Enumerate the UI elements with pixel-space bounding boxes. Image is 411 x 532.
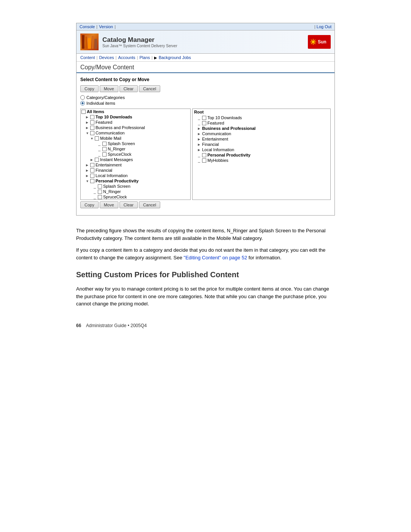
move-button-bottom[interactable]: Move xyxy=(100,201,118,208)
node-label: Entertainment xyxy=(202,137,228,141)
node-cb[interactable] xyxy=(102,147,107,151)
right-node-communication[interactable]: ► Communication xyxy=(193,131,330,136)
nav-plans[interactable]: Plans xyxy=(139,55,150,60)
copy-button-top[interactable]: Copy xyxy=(80,85,99,92)
expand-icon[interactable]: ► xyxy=(85,168,89,173)
clear-button-bottom[interactable]: Clear xyxy=(119,201,138,208)
left-node-personalproductivity[interactable]: ▾ Personal Productivity xyxy=(81,178,190,184)
editing-content-link[interactable]: "Editing Content" on page 52 xyxy=(184,255,247,260)
nav-accounts[interactable]: Accounts xyxy=(118,55,135,60)
left-node-mobilemail[interactable]: ▾ Mobile Mail xyxy=(81,136,190,141)
node-cb[interactable] xyxy=(202,153,206,157)
node-cb[interactable] xyxy=(98,195,102,199)
node-cb[interactable] xyxy=(90,115,94,119)
node-label: MyHobbies xyxy=(207,158,228,163)
expand-icon[interactable]: ► xyxy=(90,158,94,162)
node-cb[interactable] xyxy=(90,174,94,178)
radio-group: Category/Categories Individual items xyxy=(80,95,331,105)
node-cb[interactable] xyxy=(98,184,102,189)
nav-logout[interactable]: Log Out xyxy=(317,24,331,29)
left-node-business[interactable]: ► Business and Professional xyxy=(81,125,190,130)
node-label: Instant Messages xyxy=(100,157,133,162)
node-label: N_Ringer xyxy=(108,147,125,151)
expand-icon[interactable]: ► xyxy=(197,132,201,136)
node-label: Local Information xyxy=(96,173,127,178)
leaf-icon: ⎯ xyxy=(197,158,201,163)
clear-button-top[interactable]: Clear xyxy=(119,85,138,92)
node-cb[interactable] xyxy=(90,163,94,167)
nav-background-jobs[interactable]: Background Jobs xyxy=(159,55,191,60)
right-node-entertainment[interactable]: ► Entertainment xyxy=(193,136,330,142)
radio-label-category: Category/Categories xyxy=(86,95,125,100)
right-node-featured[interactable]: ⎯ Featured xyxy=(193,120,330,126)
left-node-splashscreen1[interactable]: ⎯ Splash Screen xyxy=(81,141,190,146)
node-cb[interactable] xyxy=(102,152,107,157)
copy-button-bottom[interactable]: Copy xyxy=(80,201,99,208)
nav-content[interactable]: Content xyxy=(80,55,95,60)
right-node-business[interactable]: ► Business and Professional xyxy=(193,126,330,131)
node-cb[interactable] xyxy=(90,168,94,173)
node-cb[interactable] xyxy=(90,179,94,183)
left-node-localinfo[interactable]: ► Local Information xyxy=(81,173,190,178)
radio-individual[interactable]: Individual items xyxy=(80,101,331,105)
left-tree-panel[interactable]: All Items ► Top 10 Downloads ► Featured xyxy=(80,109,191,200)
left-node-spruceclock1[interactable]: ⎯ SpruceClock xyxy=(81,152,190,157)
nav-version[interactable]: Version xyxy=(99,24,113,29)
expand-icon[interactable]: ► xyxy=(85,120,89,125)
left-node-nringer1[interactable]: ⎯ N_Ringer xyxy=(81,146,190,152)
left-node-entertainment[interactable]: ► Entertainment xyxy=(81,162,190,168)
right-node-top10[interactable]: ⎯ Top 10 Downloads xyxy=(193,115,330,120)
expand-icon[interactable]: ► xyxy=(197,148,201,152)
node-label: Top 10 Downloads xyxy=(207,115,242,120)
nav-console[interactable]: Console xyxy=(80,24,95,29)
node-cb[interactable] xyxy=(102,142,107,146)
right-tree-panel[interactable]: Root ⎯ Top 10 Downloads ⎯ Featured xyxy=(192,109,331,200)
right-node-financial[interactable]: ► Financial xyxy=(193,142,330,147)
expand-icon[interactable]: ▾ xyxy=(85,179,89,183)
node-cb[interactable] xyxy=(90,126,94,130)
expand-icon[interactable]: ► xyxy=(197,142,201,147)
left-node-nringer2[interactable]: ⎯ N_Ringer xyxy=(81,189,190,194)
left-node-chartmaker[interactable]: ⎯ Chart Maker xyxy=(81,200,190,200)
expand-icon[interactable]: ▾ xyxy=(90,136,94,141)
expand-icon[interactable]: ► xyxy=(85,126,89,130)
node-cb[interactable] xyxy=(202,116,206,120)
node-cb[interactable] xyxy=(90,131,94,135)
node-cb[interactable] xyxy=(95,136,99,141)
nav-devices[interactable]: Devices xyxy=(99,55,114,60)
left-node-financial[interactable]: ► Financial xyxy=(81,168,190,173)
left-node-top10[interactable]: ► Top 10 Downloads xyxy=(81,114,190,120)
node-cb[interactable] xyxy=(95,158,99,162)
sun-logo: Sun xyxy=(308,35,331,49)
cancel-button-bottom[interactable]: Cancel xyxy=(139,201,160,208)
left-node-splashscreen2[interactable]: ⎯ Splash Screen xyxy=(81,184,190,189)
expand-icon[interactable]: ► xyxy=(85,174,89,178)
right-node-personalproductivity[interactable]: ⎯ Personal Productivity xyxy=(193,152,330,158)
radio-circle-individual xyxy=(80,101,85,105)
node-cb[interactable] xyxy=(202,158,206,163)
expand-icon[interactable]: ▾ xyxy=(85,131,89,135)
expand-icon[interactable]: ► xyxy=(197,126,201,131)
node-cb[interactable] xyxy=(98,190,102,194)
node-label: Entertainment xyxy=(96,163,121,167)
header-banner: Catalog Manager Sun Java™ System Content… xyxy=(76,30,335,54)
cancel-button-top[interactable]: Cancel xyxy=(139,85,160,92)
right-node-myhobbies[interactable]: ⎯ MyHobbies xyxy=(193,158,330,163)
move-button-top[interactable]: Move xyxy=(100,85,118,92)
expand-icon[interactable]: ► xyxy=(197,137,201,141)
radio-category[interactable]: Category/Categories xyxy=(80,95,331,100)
all-items-checkbox[interactable] xyxy=(81,110,86,114)
radio-circle-category xyxy=(80,95,85,100)
all-items-header[interactable]: All Items xyxy=(81,109,190,114)
left-node-featured[interactable]: ► Featured xyxy=(81,120,190,125)
node-cb[interactable] xyxy=(202,121,206,125)
expand-icon[interactable]: ► xyxy=(85,163,89,167)
left-node-spruceclock2[interactable]: ⎯ SpruceClock xyxy=(81,194,190,200)
left-node-instantmsg[interactable]: ► Instant Messages xyxy=(81,157,190,162)
node-cb[interactable] xyxy=(90,120,94,125)
body-para-1: The preceding figure shows the results o… xyxy=(76,227,335,242)
expand-icon[interactable]: ► xyxy=(85,115,89,119)
left-node-communication[interactable]: ▾ Communication xyxy=(81,130,190,136)
right-node-localinfo[interactable]: ► Local Information xyxy=(193,147,330,152)
content-area: Select Content to Copy or Move Copy Move… xyxy=(76,77,335,215)
